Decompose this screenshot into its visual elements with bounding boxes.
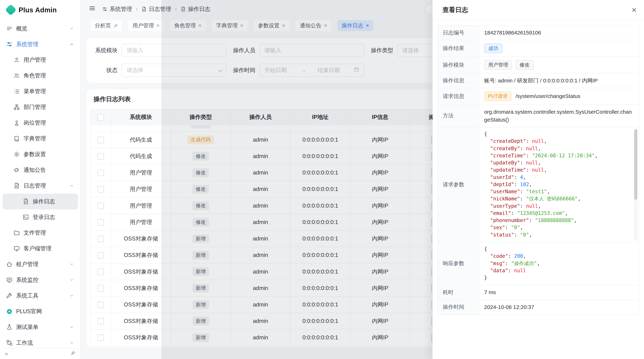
sidebar-item-notice[interactable]: 通知公告 [2, 162, 78, 178]
sidebar-item-user-management[interactable]: 用户管理 [2, 52, 78, 68]
sidebar-item-client-management[interactable]: 客户端管理 [2, 241, 78, 256]
sidebar-item-label: 工作流 [16, 339, 33, 347]
row-checkbox[interactable] [98, 318, 104, 325]
sidebar-item-file-management[interactable]: 文件管理 [2, 225, 78, 241]
result-success-badge: 成功 [484, 44, 502, 53]
tab-user-management[interactable]: 用户管理× [128, 20, 164, 31]
row-checkbox[interactable] [98, 203, 104, 209]
sidebar-item-param-settings[interactable]: 参数设置 [2, 146, 78, 162]
operation-log-icon [23, 198, 29, 205]
field-value: 成功 [479, 40, 639, 56]
log-icon [141, 6, 147, 12]
sidebar-item-system-monitor[interactable]: 系统监控 [2, 272, 78, 288]
sidebar-item-login-log[interactable]: 登录日志 [2, 209, 78, 225]
role-icon [14, 73, 20, 79]
field-value: 账号: admin / 研发部门 / 0:0:0:0:0:0:0:1 / 内网I… [479, 73, 639, 88]
plus-website-icon [6, 308, 12, 315]
sidebar-item-label: 参数设置 [24, 151, 46, 158]
pin-sidebar-button[interactable] [70, 351, 76, 357]
sidebar-item-tenant-management[interactable]: 租户管理 [2, 256, 78, 272]
row-checkbox[interactable] [98, 219, 104, 226]
field-label: 操作信息 [438, 73, 479, 88]
row-checkbox[interactable] [98, 153, 104, 160]
field-label: 操作时间 [438, 300, 479, 314]
cell-select [90, 148, 111, 164]
app-logo: Plus Admin [0, 0, 80, 20]
field-label: 操作模块 [438, 57, 479, 73]
sidebar-item-system-management[interactable]: 系统管理 [2, 36, 78, 52]
row-checkbox[interactable] [98, 252, 104, 259]
sidebar-item-post-management[interactable]: 岗位管理 [2, 115, 78, 131]
row-checkbox[interactable] [98, 285, 104, 291]
sidebar-item-label: 客户端管理 [24, 245, 52, 252]
field-value: 1842781986426159106 [479, 25, 639, 40]
sidebar-item-overview[interactable]: 概览 [2, 21, 78, 36]
sidebar-item-log-management[interactable]: 日志管理 [2, 178, 78, 194]
app-logo-icon [5, 4, 16, 16]
folder-icon [14, 230, 20, 236]
field-label: 请求参数 [438, 127, 479, 242]
sidebar-menu: 概览系统管理用户管理角色管理菜单管理部门管理岗位管理字典管理参数设置通知公告日志… [0, 20, 80, 348]
notice-icon [14, 167, 20, 173]
sidebar-item-dict-management[interactable]: 字典管理 [2, 131, 78, 146]
dept-icon [14, 104, 20, 110]
tab-analysis[interactable]: 分析页 [91, 20, 122, 31]
close-icon[interactable]: × [632, 6, 636, 14]
breadcrumb-item[interactable]: 系统管理 [102, 5, 132, 13]
sidebar-item-label: 登录日志 [33, 213, 55, 221]
module-action-badge: 修改 [516, 60, 534, 70]
field-value: PUT请求 /system/user/changeStatus [479, 88, 639, 104]
sidebar-item-workflow[interactable]: 工作流 [2, 335, 78, 348]
sidebar: Plus Admin 概览系统管理用户管理角色管理菜单管理部门管理岗位管理字典管… [0, 0, 81, 359]
response-params-json: { "code": 200, "msg": "操作成功", "data": nu… [479, 242, 639, 285]
pin-icon [70, 351, 76, 356]
chevron-down-icon [69, 325, 74, 330]
field-duration: 耗时 7 ms [438, 285, 639, 300]
field-label: 方法 [438, 105, 479, 127]
dict-icon [14, 135, 20, 142]
sidebar-item-plus-website[interactable]: PLUS官网 [2, 304, 78, 319]
row-checkbox[interactable] [98, 170, 104, 176]
row-checkbox[interactable] [98, 302, 104, 308]
sidebar-item-label: 租户管理 [16, 261, 38, 268]
close-tab-icon[interactable]: × [156, 23, 160, 28]
chevron-down-icon [69, 262, 74, 267]
sidebar-item-test-menu[interactable]: 测试菜单 [2, 319, 78, 335]
chevron-down-icon [69, 341, 74, 346]
tenant-icon [6, 261, 12, 268]
app-root: Plus Admin 概览系统管理用户管理角色管理菜单管理部门管理岗位管理字典管… [0, 0, 644, 359]
sidebar-footer: « [0, 348, 80, 359]
sidebar-item-label: 通知公告 [24, 166, 46, 174]
row-checkbox[interactable] [98, 137, 104, 143]
sidebar-item-system-tools[interactable]: 系统工具 [2, 288, 78, 304]
tools-icon [6, 293, 12, 299]
row-checkbox[interactable] [98, 186, 104, 193]
system-manage-icon [6, 41, 12, 47]
row-checkbox[interactable] [98, 236, 104, 242]
breadcrumb-label: 系统管理 [110, 5, 132, 13]
collapse-sidebar-button[interactable]: « [5, 351, 8, 357]
param-icon [14, 151, 20, 157]
sidebar-item-label: 概览 [16, 25, 27, 32]
field-method: 方法 org.dromara.system.controller.system.… [438, 105, 639, 127]
sidebar-item-dept-management[interactable]: 部门管理 [2, 99, 78, 115]
cell-select [90, 198, 111, 214]
breadcrumb-separator: › [136, 6, 138, 12]
login-log-icon [23, 214, 29, 220]
scrollbar-track[interactable] [634, 129, 638, 241]
sidebar-item-label: 字典管理 [24, 135, 46, 142]
response-params-panel: { "code": 200, "msg": "操作成功", "data": nu… [479, 242, 639, 285]
row-checkbox[interactable] [98, 335, 104, 341]
field-value: 7 ms [479, 285, 639, 300]
sidebar-item-operation-log[interactable]: 操作日志 [2, 194, 78, 209]
scrollbar-thumb[interactable] [634, 129, 638, 200]
hamburger-menu-icon[interactable] [89, 5, 96, 13]
sidebar-item-role-management[interactable]: 角色管理 [2, 68, 78, 83]
select-all-cell [90, 109, 111, 125]
cell-select [90, 263, 111, 280]
sidebar-item-label: 系统工具 [16, 292, 38, 300]
select-all-checkbox[interactable] [98, 114, 104, 120]
sidebar-item-menu-management[interactable]: 菜单管理 [2, 83, 78, 99]
cell-select [90, 247, 111, 263]
row-checkbox[interactable] [98, 269, 104, 275]
